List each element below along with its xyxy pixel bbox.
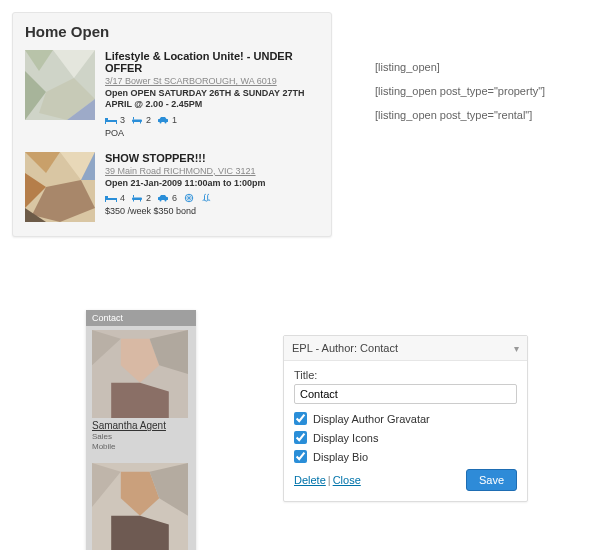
svg-rect-27 <box>105 200 106 202</box>
baths-count: 2 <box>146 193 151 203</box>
meta-pool <box>201 193 213 203</box>
bed-icon <box>105 193 117 203</box>
meta-baths: 2 <box>131 115 151 125</box>
listing-thumbnail[interactable] <box>25 152 95 222</box>
listing-item[interactable]: SHOW STOPPER!!! 39 Main Road RICHMOND, V… <box>25 152 319 222</box>
beds-count: 4 <box>120 193 125 203</box>
svg-marker-36 <box>160 195 167 197</box>
widget-config-body: Title: Display Author Gravatar Display I… <box>284 361 527 501</box>
home-open-panel: Home Open Lifestyle & Location Unite! - … <box>12 12 332 237</box>
car-icon <box>157 193 169 203</box>
display-gravatar-checkbox[interactable] <box>294 412 307 425</box>
close-link[interactable]: Close <box>333 474 361 486</box>
meta-beds: 3 <box>105 115 125 125</box>
checkbox-row[interactable]: Display Icons <box>294 431 517 444</box>
svg-rect-12 <box>133 122 134 124</box>
cars-count: 1 <box>172 115 177 125</box>
shortcode-examples: [listing_open] [listing_open post_type="… <box>375 55 585 128</box>
listing-price: POA <box>105 128 319 138</box>
bed-icon <box>105 115 117 125</box>
avatar <box>92 463 188 550</box>
checkbox-label: Display Icons <box>313 432 378 444</box>
widget-footer-links: Delete|Close <box>294 474 361 486</box>
listing-open-time: Open OPEN SATURDAY 26TH & SUNDAY 27TH AP… <box>105 88 319 111</box>
agent-name[interactable]: Samantha Agent <box>92 420 190 431</box>
listing-price: $350 /week $350 bond <box>105 206 319 216</box>
svg-rect-10 <box>132 119 142 122</box>
svg-point-34 <box>160 199 162 201</box>
beds-count: 3 <box>120 115 125 125</box>
widget-config-panel: EPL - Author: Contact ▾ Title: Display A… <box>283 335 528 502</box>
listing-body: Lifestyle & Location Unite! - UNDER OFFE… <box>105 50 319 138</box>
meta-cars: 6 <box>157 193 177 203</box>
checkbox-row[interactable]: Display Bio <box>294 450 517 463</box>
baths-count: 2 <box>146 115 151 125</box>
svg-rect-33 <box>158 197 168 200</box>
svg-rect-7 <box>105 118 108 120</box>
delete-link[interactable]: Delete <box>294 474 326 486</box>
listing-title[interactable]: SHOW STOPPER!!! <box>105 152 319 164</box>
checkbox-label: Display Author Gravatar <box>313 413 430 425</box>
svg-rect-13 <box>140 122 141 124</box>
svg-rect-30 <box>133 195 134 198</box>
contact-sidebar-widget: Contact Samantha Agent Sales Mobile John… <box>86 310 196 550</box>
checkbox-row[interactable]: Display Author Gravatar <box>294 412 517 425</box>
meta-beds: 4 <box>105 193 125 203</box>
cars-count: 6 <box>172 193 177 203</box>
svg-rect-14 <box>158 119 168 122</box>
svg-rect-29 <box>132 197 142 200</box>
shortcode-line: [listing_open post_type="property"] <box>375 79 585 103</box>
title-input[interactable] <box>294 384 517 404</box>
svg-rect-6 <box>105 120 117 122</box>
title-field-label: Title: <box>294 369 517 381</box>
svg-point-15 <box>160 121 162 123</box>
svg-rect-26 <box>105 196 108 198</box>
listing-address[interactable]: 39 Main Road RICHMOND, VIC 3121 <box>105 166 319 176</box>
svg-rect-8 <box>105 122 106 124</box>
svg-marker-17 <box>160 117 167 119</box>
svg-rect-11 <box>133 117 134 120</box>
widget-config-title: EPL - Author: Contact <box>292 342 398 354</box>
widget-config-header[interactable]: EPL - Author: Contact ▾ <box>284 336 527 361</box>
svg-rect-9 <box>116 122 117 124</box>
listing-meta-row: 4 2 6 <box>105 193 319 203</box>
avatar <box>92 330 188 418</box>
display-bio-checkbox[interactable] <box>294 450 307 463</box>
listing-address[interactable]: 3/17 Bower St SCARBOROUGH, WA 6019 <box>105 76 319 86</box>
listing-open-time: Open 21-Jan-2009 11:00am to 1:00pm <box>105 178 319 189</box>
meta-cars: 1 <box>157 115 177 125</box>
listing-body: SHOW STOPPER!!! 39 Main Road RICHMOND, V… <box>105 152 319 222</box>
bath-icon <box>131 115 143 125</box>
display-icons-checkbox[interactable] <box>294 431 307 444</box>
contact-widget-header: Contact <box>86 310 196 326</box>
shortcode-line: [listing_open post_type="rental"] <box>375 103 585 127</box>
shortcode-line: [listing_open] <box>375 55 585 79</box>
collapse-toggle-icon[interactable]: ▾ <box>514 343 519 354</box>
svg-rect-25 <box>105 198 117 200</box>
save-button[interactable]: Save <box>466 469 517 491</box>
listing-thumbnail[interactable] <box>25 50 95 120</box>
agent-card[interactable]: John Agent Plugin Developer Mobile <box>86 459 196 550</box>
listing-meta-row: 3 2 1 <box>105 115 319 125</box>
listing-title[interactable]: Lifestyle & Location Unite! - UNDER OFFE… <box>105 50 319 74</box>
bath-icon <box>131 193 143 203</box>
listing-item[interactable]: Lifestyle & Location Unite! - UNDER OFFE… <box>25 50 319 138</box>
meta-air <box>183 193 195 203</box>
svg-rect-28 <box>116 200 117 202</box>
pool-icon <box>201 193 213 203</box>
agent-role: Sales <box>92 432 190 442</box>
svg-rect-31 <box>133 200 134 202</box>
checkbox-label: Display Bio <box>313 451 368 463</box>
agent-mobile: Mobile <box>92 442 190 452</box>
svg-rect-32 <box>140 200 141 202</box>
panel-heading: Home Open <box>25 23 319 40</box>
meta-baths: 2 <box>131 193 151 203</box>
agent-card[interactable]: Samantha Agent Sales Mobile <box>86 326 196 459</box>
svg-point-35 <box>165 199 167 201</box>
car-icon <box>157 115 169 125</box>
svg-point-16 <box>165 121 167 123</box>
air-icon <box>183 193 195 203</box>
widget-config-footer: Delete|Close Save <box>294 469 517 491</box>
separator: | <box>328 474 331 486</box>
